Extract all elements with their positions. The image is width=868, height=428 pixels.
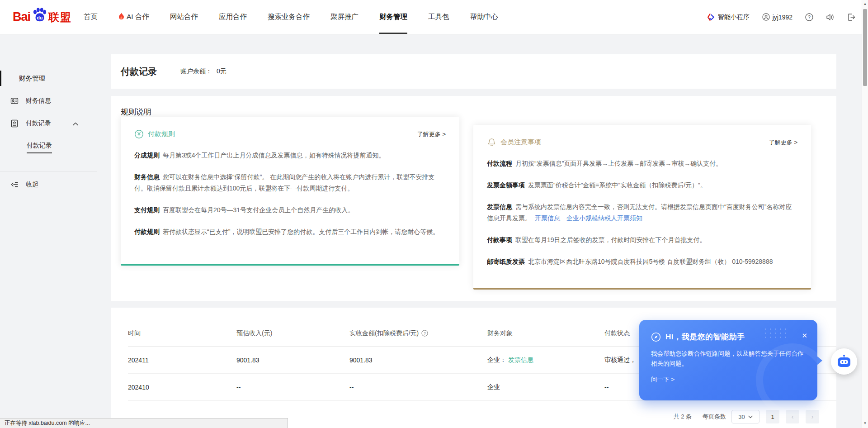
rule-label: 发票信息: [487, 203, 512, 210]
page-title: 付款记录: [121, 66, 157, 78]
nav-item-website-cooperation[interactable]: 网站合作: [170, 0, 198, 34]
payment-record-icon: [10, 119, 19, 128]
assistant-robot-button[interactable]: [831, 348, 857, 375]
column-header-actual-label: 实收金额(扣除税费后/元): [349, 329, 419, 338]
bell-icon: [487, 138, 496, 147]
robot-icon: [835, 353, 853, 370]
help-icon[interactable]: ?: [805, 13, 813, 21]
rule-label: 付款规则: [134, 228, 160, 235]
invoice-info-row-link[interactable]: 发票信息: [508, 356, 533, 363]
compass-icon: [651, 332, 661, 342]
column-header-actual: 实收金额(扣除税费后/元) ?: [349, 329, 487, 338]
rules-section-title: 规则说明: [121, 107, 151, 117]
sidebar-item-label: 财务信息: [26, 97, 51, 105]
username-label: jyj1992: [773, 14, 793, 21]
baidu-paw-icon: du: [31, 6, 48, 25]
cell-finance-target: 企业: [487, 383, 604, 391]
speaker-icon[interactable]: [826, 13, 835, 21]
learn-more-link[interactable]: 了解更多 >: [769, 138, 797, 147]
sidebar-item-finance-info[interactable]: 财务信息: [0, 93, 97, 109]
rule-label: 邮寄纸质发票: [487, 258, 525, 265]
nav-label: 搜索业务合作: [268, 12, 310, 22]
member-notes-card: 会员注意事项 了解更多 > 付款流程月初按“发票信息”页面开具发票→上传发票→邮…: [473, 125, 811, 290]
coin-yuan-icon: [134, 129, 144, 139]
prev-page-button[interactable]: ‹: [786, 410, 799, 423]
smart-assistant-popup: Hi，我是您的智能助手 ✕ 我会帮助您诊断合作链路问题，以及解答您关于任何合作相…: [639, 320, 817, 400]
scroll-up-arrow[interactable]: ▲: [862, 2, 868, 6]
nav-label: AI 合作: [127, 12, 149, 22]
rules-panel: 规则说明 付款规则 了解更多 > 分成规则每月第3或4个工作日产出上月分成信息及…: [111, 96, 836, 301]
nav-label: 工具包: [428, 12, 449, 22]
nav-item-screen-promotion[interactable]: 聚屏推广: [330, 0, 359, 34]
svg-text:?: ?: [808, 14, 811, 19]
nav-item-ai-cooperation[interactable]: AI 合作: [118, 0, 149, 34]
scroll-down-arrow[interactable]: ▼: [862, 421, 868, 425]
rule-label: 财务信息: [134, 173, 160, 181]
rule-item: 付款流程月初按“发票信息”页面开具发票→上传发票→邮寄发票→审核→确认支付。: [487, 158, 797, 169]
rule-label: 付款事项: [487, 236, 512, 243]
top-navigation-bar: Bai du 联盟 首页 AI 合作: [0, 0, 868, 34]
logo-text-bai: Bai: [13, 10, 30, 24]
cell-actual: 9001.83: [349, 357, 487, 364]
page-scrollbar[interactable]: ▲ ▼: [862, 0, 868, 428]
baidu-union-logo[interactable]: Bai du 联盟: [13, 6, 72, 28]
question-circle-icon[interactable]: ?: [421, 330, 428, 337]
collapse-label: 收起: [26, 181, 38, 189]
rule-label: 付款流程: [487, 160, 512, 167]
logout-icon[interactable]: [847, 13, 855, 21]
popup-tail: [817, 356, 822, 365]
rule-text: 北京市海淀区西北旺东路10号院百度科技园5号楼 百度联盟财务组（收） 010-5…: [528, 258, 773, 265]
rule-text: 您可以在财务信息中选择“保留付款”。 在此期间您产生的收入将在账户内进行累计，联…: [134, 173, 434, 192]
rule-text: 发票票面“价税合计”金额=系统中“实收金额（扣除税费后/元）”。: [528, 181, 707, 189]
mini-program-entry[interactable]: 智能小程序: [707, 13, 750, 21]
scrollbar-thumb[interactable]: [863, 9, 867, 86]
account-balance: 账户余额： 0元: [180, 67, 226, 76]
nav-label: 聚屏推广: [330, 12, 359, 22]
small-taxpayer-notice-link[interactable]: 企业小规模纳税人开票须知: [566, 214, 642, 222]
page-number-button[interactable]: 1: [766, 410, 779, 423]
total-count: 共 2 条: [674, 413, 692, 421]
rule-text: 联盟在每月19日之后签收的发票，付款时间安排在下个月首批支付。: [515, 236, 706, 243]
nav-item-home[interactable]: 首页: [84, 0, 98, 34]
browser-status-bar: 正在等待 xlab.baidu.com 的响应...: [0, 418, 288, 428]
flame-hot-icon: [118, 13, 124, 22]
payment-record-summary-card: 付款记录 账户余额： 0元: [111, 54, 836, 89]
nav-item-toolkit[interactable]: 工具包: [428, 0, 449, 34]
rule-label: 发票金额事项: [487, 181, 525, 189]
rule-text: 若付款状态显示“已支付”，说明联盟已安排了您的付款。支付后三个工作日内到帐，请您…: [163, 228, 439, 235]
cell-estimated: --: [236, 384, 349, 391]
payment-rules-title: 付款规则: [148, 130, 175, 138]
assistant-message: 我会帮助您诊断合作链路问题，以及解答您关于任何合作相关的问题。: [651, 349, 807, 369]
next-page-button[interactable]: ›: [806, 410, 819, 423]
rule-item: 付款事项联盟在每月19日之后签收的发票，付款时间安排在下个月首批支付。: [487, 234, 797, 246]
pagination: 共 2 条 每页条数 30 1 ‹ ›: [674, 410, 819, 423]
per-page-select[interactable]: 30: [731, 410, 760, 423]
invoice-info-link[interactable]: 开票信息: [535, 214, 560, 222]
nav-item-app-cooperation[interactable]: 应用合作: [219, 0, 247, 34]
nav-label: 首页: [84, 12, 98, 22]
nav-item-finance-management[interactable]: 财务管理: [379, 0, 407, 34]
chevron-up-icon[interactable]: [73, 120, 78, 127]
close-icon[interactable]: ✕: [802, 332, 807, 340]
nav-item-help-center[interactable]: 帮助中心: [470, 0, 498, 34]
sidebar-collapse-button[interactable]: 收起: [0, 177, 97, 192]
cell-time: 202410: [128, 384, 236, 391]
rule-item: 付款规则若付款状态显示“已支付”，说明联盟已安排了您的付款。支付后三个工作日内到…: [134, 226, 446, 238]
per-page-value: 30: [738, 414, 745, 420]
nav-item-search-business[interactable]: 搜索业务合作: [268, 0, 310, 34]
collapse-icon: [10, 181, 19, 188]
svg-text:?: ?: [424, 331, 426, 336]
user-account[interactable]: jyj1992: [762, 13, 793, 21]
topbar-right-tools: 智能小程序 jyj1992 ?: [694, 13, 855, 21]
rule-item: 邮寄纸质发票北京市海淀区西北旺东路10号院百度科技园5号楼 百度联盟财务组（收）…: [487, 256, 797, 267]
column-header-finance-target: 财务对象: [487, 329, 604, 338]
chevron-down-icon: [748, 415, 753, 418]
user-icon: [762, 13, 770, 21]
sidebar-subitem-payment-record-active[interactable]: 付款记录: [27, 142, 52, 153]
assistant-title: Hi，我是您的智能助手: [665, 332, 745, 342]
ask-now-link[interactable]: 问一下 >: [651, 376, 806, 384]
sidebar-item-payment-record[interactable]: 付款记录: [0, 116, 97, 131]
rule-item: 发票金额事项发票票面“价税合计”金额=系统中“实收金额（扣除税费后/元）”。: [487, 180, 797, 191]
finance-target-text: 企业: [487, 383, 500, 390]
learn-more-link[interactable]: 了解更多 >: [417, 130, 446, 138]
